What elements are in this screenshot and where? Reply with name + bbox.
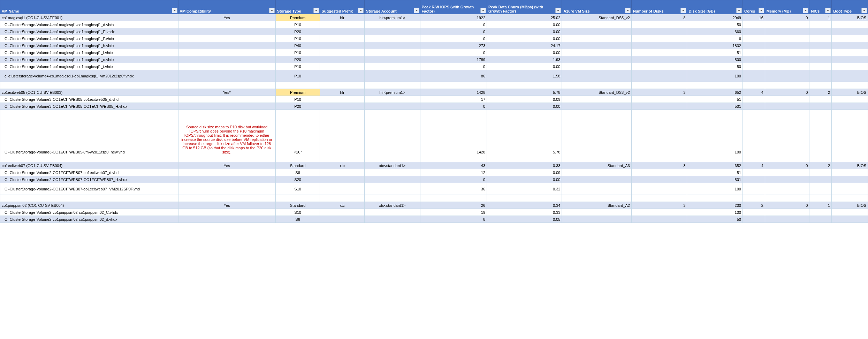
cell-iops[interactable]: 0 (420, 21, 487, 28)
cell-vmsize[interactable] (562, 155, 631, 162)
cell-acct[interactable] (365, 155, 420, 162)
cell-dsize[interactable]: 652 (687, 162, 743, 169)
cell-nics[interactable] (809, 110, 832, 155)
cell-iops[interactable]: 86 (420, 70, 487, 82)
cell-stype[interactable]: Premium (275, 89, 320, 96)
cell-dsize[interactable]: 501 (687, 176, 743, 183)
cell-vmname[interactable]: C:-ClusterStorage-Volume4-co1magicsql1-c… (0, 35, 178, 42)
col-header-stype[interactable]: Storage Type (275, 0, 320, 14)
filter-dropdown-icon[interactable] (313, 8, 319, 13)
cell-ndisks[interactable] (631, 21, 687, 28)
cell-cores[interactable] (743, 195, 765, 202)
cell-compat[interactable] (178, 96, 275, 103)
cell-nics[interactable] (809, 209, 832, 216)
cell-vmname[interactable]: co1piappsm02 (CO1-CU-SV-EB004) (0, 202, 178, 209)
cell-nics[interactable] (809, 35, 832, 42)
cell-cores[interactable] (743, 56, 765, 63)
cell-churn[interactable]: 25.02 (487, 14, 562, 21)
cell-churn[interactable]: 24.17 (487, 42, 562, 49)
filter-dropdown-icon[interactable] (680, 8, 686, 13)
cell-ndisks[interactable] (631, 56, 687, 63)
cell-churn[interactable]: 0.00 (487, 35, 562, 42)
cell-mem[interactable] (765, 96, 809, 103)
filter-dropdown-icon[interactable] (172, 8, 177, 13)
cell-cores[interactable] (743, 28, 765, 35)
cell-mem[interactable]: 0 (765, 89, 809, 96)
cell-nics[interactable] (809, 70, 832, 82)
cell-acct[interactable] (365, 110, 420, 155)
cell-compat[interactable] (178, 63, 275, 70)
cell-compat[interactable] (178, 183, 275, 195)
cell-cores[interactable]: 4 (743, 89, 765, 96)
cell-vmname[interactable]: C:-ClusterStorage-Volume4-co1magicsql1-c… (0, 63, 178, 70)
cell-prefix[interactable] (320, 70, 365, 82)
cell-vmsize[interactable] (562, 82, 631, 89)
cell-stype[interactable]: Standard (275, 162, 320, 169)
cell-mem[interactable] (765, 169, 809, 176)
cell-cores[interactable] (743, 49, 765, 56)
cell-churn[interactable]: 0.00 (487, 103, 562, 110)
filter-dropdown-icon[interactable] (736, 8, 742, 13)
cell-cores[interactable] (743, 70, 765, 82)
cell-vmsize[interactable] (562, 195, 631, 202)
cell-churn[interactable]: 0.00 (487, 49, 562, 56)
cell-ndisks[interactable]: 3 (631, 162, 687, 169)
cell-prefix[interactable] (320, 96, 365, 103)
cell-compat[interactable] (178, 35, 275, 42)
cell-nics[interactable] (809, 96, 832, 103)
cell-stype[interactable]: S20 (275, 176, 320, 183)
col-header-boot[interactable]: Boot Type (832, 0, 868, 14)
cell-stype[interactable]: P10 (275, 21, 320, 28)
cell-churn[interactable]: 5.78 (487, 110, 562, 155)
cell-churn[interactable]: 0.05 (487, 216, 562, 223)
cell-cores[interactable] (743, 155, 765, 162)
cell-nics[interactable] (809, 28, 832, 35)
cell-boot[interactable] (832, 35, 868, 42)
cell-vmname[interactable]: C:-ClusterStorage-Volume4-co1magicsql1-c… (0, 56, 178, 63)
cell-prefix[interactable] (320, 155, 365, 162)
cell-acct[interactable] (365, 70, 420, 82)
cell-boot[interactable] (832, 56, 868, 63)
cell-prefix[interactable] (320, 28, 365, 35)
cell-cores[interactable] (743, 42, 765, 49)
cell-boot[interactable]: BIOS (832, 162, 868, 169)
cell-dsize[interactable]: 501 (687, 103, 743, 110)
cell-churn[interactable]: 5.78 (487, 89, 562, 96)
cell-dsize[interactable]: 2949 (687, 14, 743, 21)
cell-vmname[interactable] (0, 155, 178, 162)
cell-compat[interactable]: Yes* (178, 89, 275, 96)
cell-vmsize[interactable] (562, 103, 631, 110)
cell-stype[interactable]: P20 (275, 28, 320, 35)
cell-stype[interactable]: S6 (275, 169, 320, 176)
col-header-mem[interactable]: Memory (MB) (765, 0, 809, 14)
cell-mem[interactable] (765, 110, 809, 155)
cell-mem[interactable] (765, 103, 809, 110)
cell-vmsize[interactable] (562, 209, 631, 216)
cell-mem[interactable] (765, 49, 809, 56)
filter-dropdown-icon[interactable] (861, 8, 867, 13)
cell-acct[interactable] (365, 169, 420, 176)
cell-ndisks[interactable] (631, 42, 687, 49)
cell-stype[interactable]: Premium (275, 14, 320, 21)
cell-ndisks[interactable] (631, 169, 687, 176)
cell-cores[interactable] (743, 169, 765, 176)
cell-dsize[interactable]: 51 (687, 96, 743, 103)
cell-iops[interactable]: 1789 (420, 56, 487, 63)
cell-boot[interactable] (832, 21, 868, 28)
cell-iops[interactable]: 1428 (420, 89, 487, 96)
cell-acct[interactable] (365, 96, 420, 103)
cell-vmsize[interactable]: Standard_A2 (562, 202, 631, 209)
cell-churn[interactable]: 0.32 (487, 183, 562, 195)
cell-boot[interactable] (832, 195, 868, 202)
cell-churn[interactable]: 0.34 (487, 202, 562, 209)
cell-ndisks[interactable] (631, 82, 687, 89)
cell-vmname[interactable]: c:-clusterstorage-volume4-co1magicsql1-c… (0, 70, 178, 82)
cell-acct[interactable]: xtc<standard1> (365, 162, 420, 169)
cell-prefix[interactable] (320, 195, 365, 202)
cell-stype[interactable]: Standard (275, 202, 320, 209)
cell-churn[interactable]: 1.93 (487, 56, 562, 63)
cell-boot[interactable] (832, 110, 868, 155)
cell-churn[interactable]: 0.00 (487, 176, 562, 183)
cell-dsize[interactable]: 100 (687, 209, 743, 216)
cell-vmname[interactable]: C:-ClusterStorage-Volume2-CO1ECITWEB07-c… (0, 183, 178, 195)
